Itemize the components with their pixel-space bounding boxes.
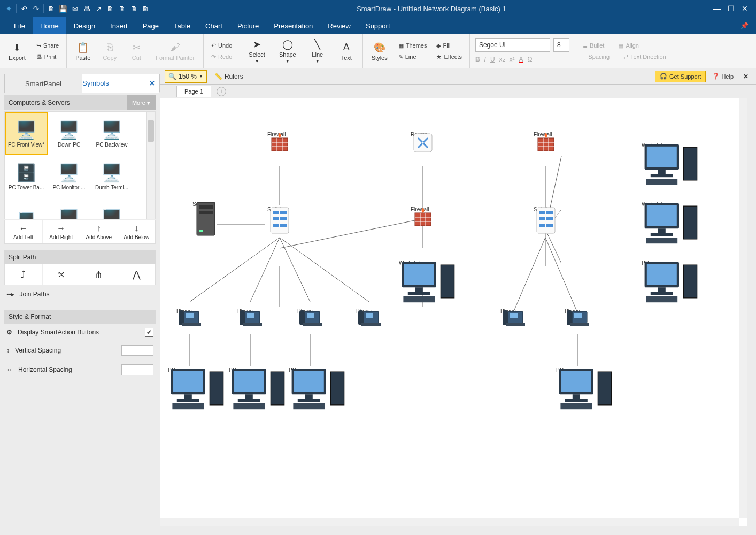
menu-review[interactable]: Review (320, 17, 358, 34)
styles-button[interactable]: 🎨Styles (368, 41, 391, 62)
diagram-canvas[interactable]: FirewallRouterFirewallServerSwitchFirewa… (160, 98, 747, 526)
maximize-icon[interactable]: ☐ (726, 4, 736, 13)
new-icon[interactable]: 🗎 (46, 3, 57, 14)
select-button[interactable]: ➤Select▼ (245, 37, 268, 65)
join-paths-button[interactable]: ▪▪▸Join Paths (4, 288, 156, 300)
line-button[interactable]: ╲Line▼ (307, 37, 328, 65)
split-4-button[interactable]: ⋀ (118, 264, 156, 285)
save-icon[interactable]: 💾 (58, 3, 68, 14)
add-page-button[interactable]: + (217, 87, 226, 96)
symbol-8[interactable]: 🖥️ (48, 197, 90, 219)
symbol-down-pc[interactable]: 🖥️Down PC (48, 112, 90, 155)
menu-table[interactable]: Table (166, 17, 198, 34)
menu-picture[interactable]: Picture (230, 17, 266, 34)
tab-symbols[interactable]: Symbols✕ (82, 74, 160, 93)
horizontal-spacing-input[interactable] (121, 364, 153, 375)
effects-button[interactable]: ★ Effects (434, 51, 464, 62)
doc3-icon[interactable]: 🗎 (140, 3, 151, 14)
mail-icon[interactable]: ✉ (70, 3, 80, 14)
doc-icon[interactable]: 🗎 (117, 3, 127, 14)
node-ph1[interactable]: Phone (176, 307, 192, 314)
font-color-button[interactable]: A (519, 56, 523, 63)
node-fw1[interactable]: Firewall (267, 131, 286, 137)
node-pc_r3[interactable]: PC (642, 259, 649, 266)
bullet-button[interactable]: ≣ Bullet (581, 40, 607, 51)
node-ph2[interactable]: Phone (237, 307, 253, 314)
menu-design[interactable]: Design (66, 17, 103, 34)
doc2-icon[interactable]: 🗎 (128, 3, 139, 14)
node-ws_r2[interactable]: Workstation (642, 200, 670, 207)
node-ws_r1[interactable]: Workstation (642, 141, 670, 148)
menu-support[interactable]: Support (358, 17, 398, 34)
line-style-button[interactable]: ✎ Line (396, 51, 429, 62)
node-server[interactable]: Server (192, 200, 208, 207)
minimize-icon[interactable]: — (712, 4, 722, 13)
pdf-icon[interactable]: 🗎 (105, 3, 115, 14)
spacing-button[interactable]: ≡ Spacing (581, 51, 612, 62)
tab-smartpanel[interactable]: SmartPanel (4, 74, 82, 93)
node-sw2[interactable]: Switch (534, 205, 549, 212)
menu-page[interactable]: Page (135, 17, 166, 34)
node-ph4[interactable]: Phone (356, 307, 372, 314)
font-name-input[interactable]: Segoe UI (475, 38, 550, 52)
print-icon[interactable]: 🖶 (81, 3, 92, 14)
pin-ribbon-icon[interactable]: 📌 (733, 22, 756, 29)
symbol-dumb-terminal[interactable]: 🖥️Dumb Termi... (90, 155, 133, 197)
themes-button[interactable]: ▦ Themes (396, 40, 429, 51)
copy-button[interactable]: ⎘Copy (99, 41, 120, 62)
menu-insert[interactable]: Insert (103, 17, 135, 34)
more-symbols-button[interactable]: More ▾ (127, 95, 156, 110)
print-button[interactable]: 🖶 Print (34, 51, 61, 62)
symbol-9[interactable]: 🖥️ (90, 197, 133, 219)
rulers-button[interactable]: 📏Rulers (211, 72, 246, 81)
symbols-scrollbar[interactable] (146, 112, 155, 219)
bold-button[interactable]: B (475, 56, 480, 63)
font-size-input[interactable]: 8 (553, 38, 569, 52)
add-below-button[interactable]: ↓Add Below (118, 220, 156, 243)
text-direction-button[interactable]: ⇄ Text Direction (621, 51, 668, 62)
add-above-button[interactable]: ↑Add Above (80, 220, 118, 243)
menu-file[interactable]: File (6, 17, 33, 34)
close-icon[interactable]: ✕ (740, 4, 750, 13)
node-fw3[interactable]: Firewall (411, 205, 429, 212)
display-smartaction-checkbox[interactable]: ✔ (145, 328, 153, 337)
node-ph6[interactable]: Phone (565, 307, 580, 314)
superscript-button[interactable]: x² (510, 56, 515, 63)
menu-presentation[interactable]: Presentation (266, 17, 320, 34)
format-painter-button[interactable]: 🖌Format Painter (152, 41, 198, 62)
node-fw2[interactable]: Firewall (534, 131, 552, 137)
node-ph5[interactable]: Phone (500, 307, 516, 314)
align-button[interactable]: ▤ Align (616, 40, 641, 51)
undo-icon[interactable]: ↶ (19, 3, 29, 14)
vertical-spacing-input[interactable] (121, 345, 153, 356)
export-icon[interactable]: ↗ (93, 3, 104, 14)
node-sw1[interactable]: Switch (267, 205, 283, 212)
canvas-hscroll[interactable] (160, 518, 739, 526)
get-support-button[interactable]: 🎧Get Support (655, 71, 706, 82)
paste-button[interactable]: 📋Paste (72, 41, 94, 62)
omega-button[interactable]: Ω (528, 56, 533, 63)
subscript-button[interactable]: x₂ (499, 56, 505, 63)
node-pc2[interactable]: PC (229, 366, 236, 373)
split-2-button[interactable]: ⤲ (43, 264, 81, 285)
italic-button[interactable]: I (484, 56, 486, 63)
zoom-control[interactable]: 🔍150 %▼ (165, 70, 207, 83)
split-3-button[interactable]: ⋔ (80, 264, 118, 285)
export-button[interactable]: ⬇Export (5, 41, 29, 62)
node-pc4[interactable]: PC (556, 366, 564, 373)
menu-chart[interactable]: Chart (198, 17, 230, 34)
text-button[interactable]: AText (336, 41, 357, 62)
fill-button[interactable]: ◆ Fill (434, 40, 464, 51)
shape-button[interactable]: ◯Shape▼ (276, 37, 299, 65)
node-ws1[interactable]: Workstation (399, 259, 427, 266)
node-pc3[interactable]: PC (289, 366, 296, 373)
symbol-pc-front[interactable]: 🖥️PC Front View* (5, 112, 48, 155)
node-pc1[interactable]: PC (168, 366, 175, 373)
share-button[interactable]: ↪ Share (34, 40, 61, 51)
symbol-7[interactable]: 💻 (5, 197, 48, 219)
node-router[interactable]: Router (411, 131, 427, 137)
split-1-button[interactable]: ⤴ (5, 264, 43, 285)
close-canvas-icon[interactable]: ✕ (740, 73, 752, 80)
add-right-button[interactable]: →Add Right (43, 220, 81, 243)
underline-button[interactable]: U (490, 56, 495, 63)
